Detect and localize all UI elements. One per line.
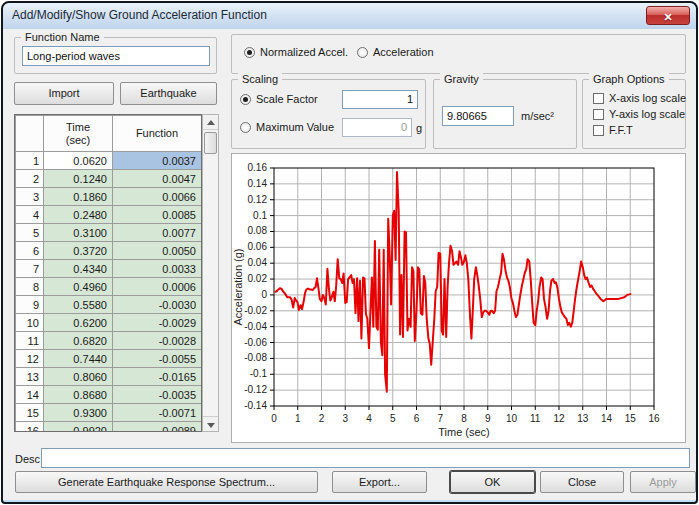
y-tick-label: -0.12 (244, 384, 267, 395)
function-cell[interactable]: -0.0071 (113, 404, 202, 422)
table-row: 60.37200.0050 (16, 242, 202, 260)
g-unit-label: g (416, 122, 422, 134)
row-index-cell[interactable]: 11 (16, 332, 44, 350)
function-cell[interactable]: 0.0006 (113, 278, 202, 296)
radio-normalized-accel-label: Normalized Accel. (260, 46, 348, 58)
scrollbar-thumb[interactable] (204, 132, 217, 154)
row-index-cell[interactable]: 14 (16, 386, 44, 404)
scroll-up-arrow-icon (207, 120, 215, 125)
row-index-cell[interactable]: 1 (16, 152, 44, 170)
function-cell[interactable]: -0.0055 (113, 350, 202, 368)
title-bar[interactable]: Add/Modify/Show Ground Acceleration Func… (3, 3, 696, 29)
radio-scale-factor[interactable]: Scale Factor (240, 93, 318, 105)
time-cell[interactable]: 0.1240 (44, 170, 113, 188)
row-index-cell[interactable]: 9 (16, 296, 44, 314)
row-index-cell[interactable]: 7 (16, 260, 44, 278)
time-cell[interactable]: 0.3100 (44, 224, 113, 242)
function-cell[interactable]: -0.0030 (113, 296, 202, 314)
y-tick-label: -0.02 (244, 305, 267, 316)
row-index-cell[interactable]: 16 (16, 422, 44, 433)
scroll-up-button[interactable] (203, 115, 218, 130)
row-index-cell[interactable]: 5 (16, 224, 44, 242)
close-dialog-button[interactable]: Close (540, 471, 624, 493)
row-index-cell[interactable]: 3 (16, 188, 44, 206)
x-tick-label: 4 (366, 413, 372, 424)
time-cell[interactable]: 0.7440 (44, 350, 113, 368)
time-cell[interactable]: 0.3720 (44, 242, 113, 260)
row-index-cell[interactable]: 13 (16, 368, 44, 386)
time-cell[interactable]: 0.9300 (44, 404, 113, 422)
function-cell[interactable]: -0.0035 (113, 386, 202, 404)
y-tick-label: 0.1 (253, 210, 267, 221)
function-cell[interactable]: -0.0029 (113, 314, 202, 332)
radio-icon (240, 122, 251, 133)
function-cell[interactable]: 0.0033 (113, 260, 202, 278)
function-name-input[interactable]: Long-period waves (22, 46, 210, 66)
y-tick-label: -0.06 (244, 337, 267, 348)
generate-response-spectrum-button[interactable]: Generate Earthquake Response Spectrum... (15, 471, 318, 493)
x-tick-label: 10 (506, 413, 518, 424)
time-cell[interactable]: 0.6200 (44, 314, 113, 332)
row-index-cell[interactable]: 10 (16, 314, 44, 332)
time-cell[interactable]: 0.1860 (44, 188, 113, 206)
graph-option[interactable]: X-axis log scale (593, 92, 686, 104)
scroll-down-button[interactable] (203, 416, 218, 431)
function-cell[interactable]: 0.0050 (113, 242, 202, 260)
time-cell[interactable]: 0.6820 (44, 332, 113, 350)
function-cell[interactable]: 0.0047 (113, 170, 202, 188)
time-cell[interactable]: 0.5580 (44, 296, 113, 314)
apply-button[interactable]: Apply (630, 471, 696, 493)
time-cell[interactable]: 0.8680 (44, 386, 113, 404)
graph-option-label: X-axis log scale (609, 92, 686, 104)
time-cell[interactable]: 0.9920 (44, 422, 113, 433)
time-cell[interactable]: 0.4960 (44, 278, 113, 296)
function-cell[interactable]: 0.0089 (113, 422, 202, 433)
maximum-value-input[interactable]: 0 (342, 118, 412, 137)
ok-button[interactable]: OK (450, 471, 535, 493)
time-cell[interactable]: 0.8060 (44, 368, 113, 386)
radio-maximum-value[interactable]: Maximum Value (240, 121, 334, 133)
earthquake-button[interactable]: Earthquake (120, 82, 217, 105)
function-cell[interactable]: -0.0028 (113, 332, 202, 350)
gravity-input[interactable]: 9.80665 (442, 106, 514, 126)
import-button[interactable]: Import (14, 82, 114, 105)
dialog-window: Add/Modify/Show Ground Acceleration Func… (1, 1, 698, 504)
x-tick-label: 9 (485, 413, 491, 424)
row-index-cell[interactable]: 15 (16, 404, 44, 422)
time-cell[interactable]: 0.4340 (44, 260, 113, 278)
row-index-cell[interactable]: 12 (16, 350, 44, 368)
function-cell[interactable]: 0.0037 (113, 152, 202, 170)
radio-acceleration[interactable]: Acceleration (357, 46, 434, 58)
time-cell[interactable]: 0.0620 (44, 152, 113, 170)
row-index-cell[interactable]: 2 (16, 170, 44, 188)
graph-options-group-label: Graph Options (589, 73, 669, 85)
function-cell[interactable]: 0.0085 (113, 206, 202, 224)
x-tick-label: 3 (342, 413, 348, 424)
table-scrollbar[interactable] (202, 114, 219, 432)
export-button[interactable]: Export... (332, 471, 427, 493)
row-index-cell[interactable]: 8 (16, 278, 44, 296)
row-index-cell[interactable]: 4 (16, 206, 44, 224)
x-tick-label: 15 (625, 413, 637, 424)
row-index-cell[interactable]: 6 (16, 242, 44, 260)
x-tick-label: 11 (530, 413, 541, 424)
time-cell[interactable]: 0.2480 (44, 206, 113, 224)
y-tick-label: 0.02 (248, 273, 268, 284)
close-button[interactable]: ✕ (646, 6, 690, 25)
gravity-group: Gravity 9.80665 m/sec² (433, 79, 577, 149)
desc-input[interactable] (41, 448, 690, 468)
y-axis-title: Acceleration (g) (232, 248, 244, 325)
function-cell[interactable]: -0.0165 (113, 368, 202, 386)
graph-option-label: Y-axis log scale (609, 108, 685, 120)
checkbox-icon (593, 109, 604, 120)
radio-normalized-accel[interactable]: Normalized Accel. (244, 46, 348, 58)
scale-factor-input[interactable]: 1 (342, 90, 418, 109)
graph-option[interactable]: Y-axis log scale (593, 108, 685, 120)
dialog-client-area: Function Name Long-period waves Import E… (3, 29, 696, 500)
function-cell[interactable]: 0.0066 (113, 188, 202, 206)
graph-option[interactable]: F.F.T (593, 124, 633, 136)
x-tick-label: 16 (648, 413, 660, 424)
table-row: 150.9300-0.0071 (16, 404, 202, 422)
function-cell[interactable]: 0.0077 (113, 224, 202, 242)
table-row: 110.6820-0.0028 (16, 332, 202, 350)
